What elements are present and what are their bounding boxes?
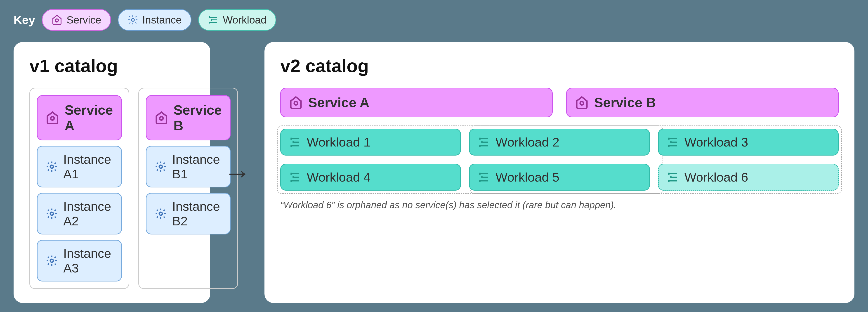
service-icon: [52, 14, 62, 25]
svg-point-12: [160, 117, 163, 120]
v1-service-b: Service B: [146, 95, 231, 141]
key-bar: Key Service Instance Workload: [13, 9, 855, 31]
svg-point-11: [50, 259, 53, 262]
service-a-icon: [46, 111, 59, 125]
v1-instance-b1-label: Instance B1: [172, 152, 222, 181]
svg-point-14: [159, 212, 162, 215]
v2-service-b-label: Service B: [594, 95, 656, 110]
v2-workload-3-label: Workload 3: [684, 135, 748, 150]
key-badge-workload: Workload: [198, 9, 276, 31]
v2-workload-3: Workload 3: [658, 129, 839, 156]
v1-instance-a1-label: Instance A1: [63, 152, 113, 181]
svg-point-13: [159, 165, 162, 168]
service-b-icon: [155, 111, 168, 125]
v1-instance-a3: Instance A3: [37, 240, 122, 281]
svg-point-16: [580, 101, 584, 105]
v2-title: v2 catalog: [280, 56, 839, 76]
instance-b1-icon: [155, 160, 167, 173]
v2-service-a: Service A: [280, 88, 553, 117]
workload-5-icon: [478, 171, 490, 183]
v2-workload-1: Workload 1: [280, 129, 461, 156]
key-badge-instance-label: Instance: [143, 14, 182, 26]
workload-2-icon: [478, 136, 490, 148]
v1-instance-b2: Instance B2: [146, 193, 231, 235]
v1-columns: Service A Instance A1 Instance A2: [29, 88, 194, 289]
v1-col-b: Service B Instance B1 Instance B2: [138, 88, 238, 289]
v1-instance-a2-label: Instance A2: [63, 199, 113, 228]
key-badge-service-label: Service: [66, 14, 101, 26]
v2-workload-5: Workload 5: [469, 164, 650, 191]
instance-a1-icon: [46, 160, 58, 173]
v2-service-a-icon: [289, 96, 303, 110]
key-badge-service: Service: [42, 9, 111, 31]
migration-arrow: →: [224, 42, 251, 303]
v1-instance-a2: Instance A2: [37, 193, 122, 235]
orphan-footnote: “Workload 6” is orphaned as no service(s…: [280, 200, 839, 211]
svg-point-1: [131, 19, 134, 21]
key-badge-workload-label: Workload: [223, 14, 267, 26]
instance-b2-icon: [155, 208, 167, 220]
svg-point-0: [56, 19, 58, 22]
key-badge-instance: Instance: [118, 9, 191, 31]
instance-a2-icon: [46, 208, 58, 220]
v1-instance-b2-label: Instance B2: [172, 199, 222, 228]
v1-catalog-panel: v1 catalog Service A Instance A1: [13, 42, 210, 303]
instance-icon: [127, 14, 138, 25]
v1-instance-a1: Instance A1: [37, 146, 122, 187]
v1-service-a-label: Service A: [65, 102, 113, 133]
workload-3-icon: [667, 136, 679, 148]
workload-6-icon: [667, 171, 679, 183]
v2-workload-1-label: Workload 1: [307, 135, 370, 150]
main-content: v1 catalog Service A Instance A1: [13, 42, 855, 303]
v1-service-a: Service A: [37, 95, 122, 141]
svg-point-9: [50, 165, 53, 168]
v2-service-b: Service B: [566, 88, 839, 117]
v2-workload-2-label: Workload 2: [495, 135, 559, 150]
v2-workload-6: Workload 6: [658, 164, 839, 191]
v2-service-b-icon: [575, 96, 589, 110]
v2-workload-2: Workload 2: [469, 129, 650, 156]
v1-title: v1 catalog: [29, 56, 194, 76]
v1-instance-a3-label: Instance A3: [63, 246, 113, 275]
v1-service-b-label: Service B: [174, 102, 222, 133]
v2-service-a-label: Service A: [308, 95, 369, 110]
v2-workload-4-label: Workload 4: [307, 170, 370, 185]
v1-col-a: Service A Instance A1 Instance A2: [29, 88, 129, 289]
workload-icon: [208, 14, 219, 25]
v2-catalog-panel: v2 catalog Service A Service B: [265, 42, 855, 303]
v2-workload-4: Workload 4: [280, 164, 461, 191]
v2-workload-6-label: Workload 6: [684, 170, 748, 185]
svg-point-8: [51, 117, 54, 120]
v2-workload-5-label: Workload 5: [495, 170, 559, 185]
workload-1-icon: [289, 136, 301, 148]
workload-4-icon: [289, 171, 301, 183]
svg-point-10: [50, 212, 53, 215]
key-label: Key: [13, 13, 35, 27]
svg-point-15: [294, 101, 298, 105]
arrow-symbol: →: [224, 157, 251, 188]
instance-a3-icon: [46, 255, 58, 267]
v1-instance-b1: Instance B1: [146, 146, 231, 187]
